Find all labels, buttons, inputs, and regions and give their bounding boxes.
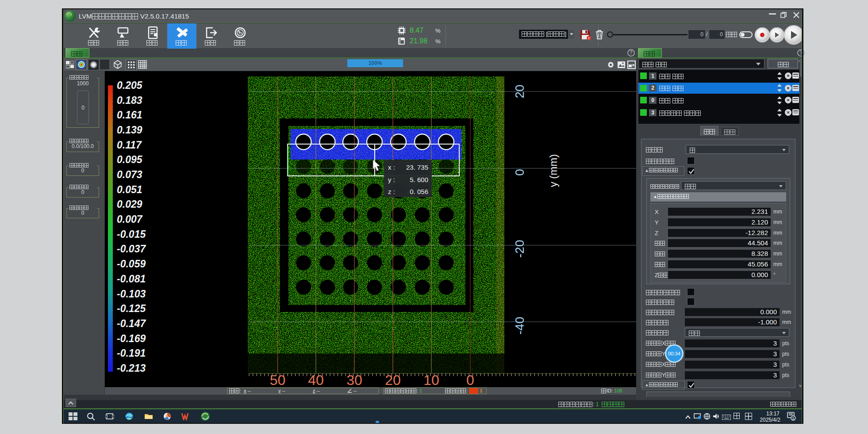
svg-text:-0.081: -0.081	[117, 273, 146, 285]
svg-text:5: 5	[792, 416, 794, 421]
svg-text:-20: -20	[513, 240, 526, 258]
svg-text:!: !	[588, 36, 590, 40]
svg-text:0: 0	[466, 372, 474, 387]
svg-text:0.029: 0.029	[117, 198, 142, 210]
svg-text:0.051: 0.051	[117, 184, 142, 195]
svg-text:-0.103: -0.103	[117, 288, 146, 300]
svg-text:0.095: 0.095	[117, 154, 143, 165]
svg-text:-0.147: -0.147	[117, 318, 146, 329]
svg-text:40: 40	[308, 372, 324, 387]
svg-text:25: 25	[238, 31, 242, 35]
svg-text:0.183: 0.183	[117, 95, 142, 106]
svg-text:0.161: 0.161	[117, 109, 142, 121]
svg-text:50: 50	[270, 372, 286, 387]
svg-text:10: 10	[423, 372, 439, 387]
svg-text:30: 30	[346, 372, 362, 387]
svg-text:20: 20	[513, 84, 526, 98]
svg-text:0.007: 0.007	[117, 213, 143, 225]
svg-text:-0.191: -0.191	[117, 347, 146, 359]
svg-text:20: 20	[385, 372, 401, 387]
svg-text:-0.037: -0.037	[117, 243, 146, 255]
svg-text:0.139: 0.139	[117, 124, 142, 136]
svg-text:-0.059: -0.059	[117, 258, 146, 270]
svg-text:-0.213: -0.213	[117, 362, 146, 374]
svg-text:-0.125: -0.125	[117, 303, 146, 314]
svg-text:-40: -40	[513, 317, 526, 335]
svg-text:-0.169: -0.169	[117, 333, 146, 344]
svg-text:-0.015: -0.015	[117, 228, 146, 240]
svg-text:0: 0	[513, 169, 526, 176]
svg-text:y (mm): y (mm)	[547, 154, 559, 187]
svg-text:0.073: 0.073	[117, 169, 142, 180]
svg-text:0.117: 0.117	[117, 139, 142, 151]
svg-text:0.205: 0.205	[117, 80, 143, 91]
